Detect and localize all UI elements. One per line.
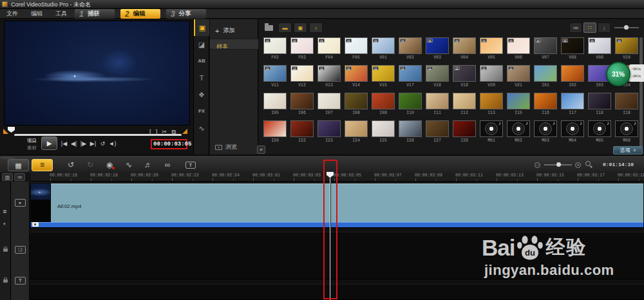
library-item-I28[interactable]: I28 <box>451 120 478 147</box>
library-item-F03[interactable]: F03 <box>289 37 316 64</box>
thumbnail[interactable] <box>290 65 314 82</box>
record-capture-button[interactable]: ◉ <box>100 159 119 171</box>
clip-first-frame-thumbnail[interactable] <box>31 183 51 200</box>
thumbnail[interactable] <box>290 37 314 54</box>
thumbnail[interactable] <box>345 120 368 137</box>
trackview-button-2[interactable]: ≔ <box>14 173 25 181</box>
thumbnail[interactable] <box>372 65 395 82</box>
thumbnail[interactable]: ♪ <box>588 120 611 137</box>
library-item-I19[interactable]: I19 <box>613 92 640 120</box>
library-item-I15[interactable]: I15 <box>505 92 532 120</box>
thumbnail[interactable] <box>399 65 422 82</box>
mode-clip-label[interactable]: 素材 <box>27 145 37 151</box>
menu-item-编辑[interactable]: 编辑 <box>24 9 49 19</box>
storyboard-view-button[interactable]: ▦ <box>8 159 29 171</box>
next-frame-button[interactable]: |▶ <box>79 140 88 147</box>
library-item-V07[interactable]: V07 <box>532 37 559 64</box>
thumbnail[interactable] <box>263 120 287 137</box>
thumbnail[interactable] <box>561 37 584 54</box>
library-item-I06[interactable]: I06 <box>289 92 316 120</box>
library-item-I11[interactable]: I11 <box>424 92 451 120</box>
trim-end-handle[interactable] <box>182 129 187 134</box>
library-item-I13[interactable]: I13 <box>478 92 505 120</box>
library-item-V02[interactable]: V02 <box>397 37 424 64</box>
library-item-M01[interactable]: ♪M01 <box>478 120 505 147</box>
library-item-M04[interactable]: ♪M04 <box>559 120 586 147</box>
play-button[interactable]: ▶ <box>41 136 57 150</box>
thumbnail[interactable] <box>453 93 476 109</box>
library-item-I24[interactable]: I24 <box>343 120 370 147</box>
tab-step-1[interactable]: 1捕获 <box>75 9 115 19</box>
thumbnail[interactable] <box>480 93 503 109</box>
thumbnail[interactable] <box>588 37 611 54</box>
options-button[interactable]: 选项 « <box>613 146 643 155</box>
library-item-V12[interactable]: V12 <box>289 64 316 92</box>
video-track-icon[interactable]: ▸ <box>15 199 26 207</box>
thumbnail[interactable] <box>399 120 422 137</box>
library-item-V15[interactable]: V15 <box>370 64 397 92</box>
thumbnail[interactable] <box>263 65 287 82</box>
sound-mixer-button[interactable]: ∿ <box>119 159 138 171</box>
library-scrollbar[interactable] <box>639 37 643 151</box>
thumbnail[interactable] <box>290 120 314 137</box>
thumbnail-size-slider[interactable] <box>614 27 639 28</box>
library-item-I27[interactable]: I27 <box>424 120 451 147</box>
library-item-V21[interactable]: V21 <box>505 64 532 92</box>
thumbnail[interactable] <box>372 93 395 109</box>
thumbnail[interactable] <box>317 65 341 82</box>
network-widget-ball[interactable]: 31% <box>606 62 630 86</box>
thumbnail[interactable] <box>507 93 530 109</box>
add-category-button[interactable]: + 添加 <box>215 26 234 35</box>
mode-project-label[interactable]: 项目 <box>27 138 37 144</box>
nav-transition-icon[interactable]: ◪ <box>194 36 209 53</box>
collapse-tracks-icon[interactable]: ▾ <box>3 221 6 227</box>
thumbnail[interactable] <box>426 65 449 82</box>
nav-graphic-icon[interactable]: ❖ <box>194 86 209 103</box>
thumbnail[interactable]: ♪ <box>480 120 503 137</box>
library-item-I10[interactable]: I10 <box>397 92 424 120</box>
nav-path-icon[interactable]: ∿ <box>194 120 209 136</box>
library-item-V10[interactable]: V10 <box>613 37 640 64</box>
zoom-slider-knob[interactable] <box>556 162 561 167</box>
library-item-V05[interactable]: V05 <box>478 37 505 64</box>
menu-item-工具[interactable]: 工具 <box>49 9 73 19</box>
sort-button[interactable]: ↓ <box>598 23 611 33</box>
library-item-I20[interactable]: I20 <box>261 120 289 147</box>
thumbnail[interactable] <box>317 120 341 137</box>
thumbnail[interactable] <box>480 65 503 82</box>
ripple-edit-button[interactable]: ∞ <box>158 159 177 171</box>
thumbnail[interactable]: ♪ <box>561 120 584 137</box>
timecode-box[interactable]: 00:00:03:05 ▲ ▼ <box>151 139 187 149</box>
show-audio-filter[interactable]: ♪ <box>309 23 323 33</box>
grid-view-button[interactable]: ∷ <box>583 23 596 33</box>
prev-frame-button[interactable]: ◀| <box>69 140 79 147</box>
nav-media-icon[interactable]: ▣ <box>194 19 209 36</box>
home-button[interactable]: |◀ <box>59 140 69 147</box>
thumbnail[interactable] <box>399 37 422 54</box>
thumbnail[interactable]: ♪ <box>615 120 638 137</box>
library-item-I12[interactable]: I12 <box>451 92 478 120</box>
timeline-zoom-slider[interactable] <box>544 164 572 165</box>
show-video-filter[interactable]: ▬ <box>278 23 292 33</box>
thumbnail[interactable] <box>426 120 449 137</box>
library-item-I17[interactable]: I17 <box>559 92 586 120</box>
thumbnail[interactable] <box>345 37 368 54</box>
thumbnail[interactable] <box>453 37 476 54</box>
library-item-I18[interactable]: I18 <box>586 92 613 120</box>
library-item-M06[interactable]: ♪M06 <box>613 120 640 147</box>
thumbnail[interactable] <box>453 65 476 82</box>
library-item-I05[interactable]: I05 <box>261 92 289 120</box>
library-item-V06[interactable]: V06 <box>505 37 532 64</box>
library-item-V09[interactable]: V09 <box>586 37 613 64</box>
timeline-clip[interactable]: AE02.mp4 <box>51 183 643 222</box>
trackview-button-1[interactable]: ▥ <box>2 173 13 181</box>
nav-title-icon[interactable]: T <box>194 70 209 86</box>
nav-filter-icon[interactable]: FX <box>194 103 209 120</box>
tab-step-3[interactable]: 3分享 <box>166 9 206 19</box>
library-item-V03[interactable]: V03 <box>424 37 451 64</box>
browse-button[interactable]: ▾ 浏览 <box>215 143 237 151</box>
library-item-I08[interactable]: I08 <box>343 92 370 120</box>
library-item-I09[interactable]: I09 <box>370 92 397 120</box>
scrollbar-thumb[interactable] <box>639 37 643 147</box>
thumbnail[interactable] <box>453 120 476 137</box>
